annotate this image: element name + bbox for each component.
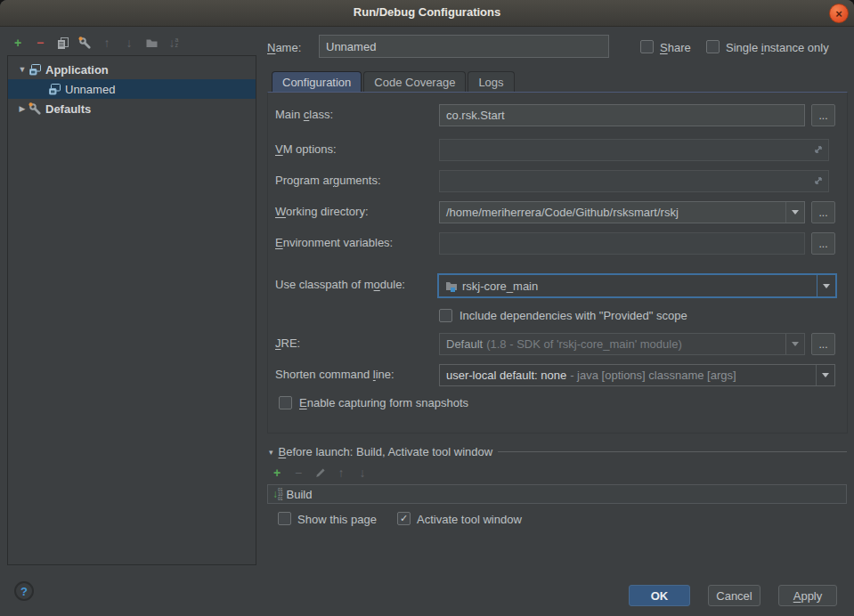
capture-snapshots-label: Enable capturing form snapshots	[299, 396, 468, 409]
include-provided-row: Include dependencies with "Provided" sco…	[439, 309, 687, 322]
program-arguments-input[interactable]	[439, 170, 829, 192]
arrow-up-icon: ↑	[338, 466, 345, 479]
working-directory-value[interactable]: /home/meriherrera/Code/Github/rsksmart/r…	[440, 206, 785, 219]
remove-task-button[interactable]: −	[291, 466, 305, 480]
before-launch-header[interactable]: ▾ Before launch: Build, Activate tool wi…	[269, 445, 847, 458]
folder-icon	[145, 36, 159, 49]
dropdown-button[interactable]	[817, 275, 835, 296]
environment-variables-input[interactable]	[439, 232, 805, 255]
tree-item-application[interactable]: ▼ Application	[8, 60, 256, 79]
vm-options-field[interactable]	[439, 139, 829, 161]
configuration-panel: Main class: ... VM options: Program argu…	[267, 92, 848, 434]
module-label: Use classpath of module:	[275, 278, 405, 291]
dropdown-arrow-icon	[792, 342, 799, 346]
main-class-label: Main class:	[275, 108, 333, 121]
jre-value: Default	[446, 337, 483, 351]
close-button[interactable]: ×	[829, 4, 849, 23]
tree-item-label: Defaults	[45, 102, 91, 116]
module-combobox[interactable]: rskj-core_main	[437, 273, 837, 298]
tree-item-label: Unnamed	[65, 83, 115, 96]
move-task-down-button[interactable]: ↓	[355, 466, 370, 480]
before-launch-label: Before launch: Build, Activate tool wind…	[279, 445, 493, 458]
help-button[interactable]: ?	[14, 581, 34, 601]
shorten-command-line-combobox[interactable]: user-local default: none- java [options]…	[439, 364, 835, 386]
titlebar[interactable]: Run/Debug Configurations ×	[0, 0, 854, 27]
before-launch-toolbar: + − ↑ ↓	[270, 465, 370, 481]
jre-browse-button[interactable]: ...	[811, 333, 835, 355]
pencil-icon	[313, 466, 326, 479]
dropdown-arrow-icon	[792, 210, 799, 215]
include-provided-checkbox[interactable]	[439, 309, 452, 322]
move-down-button[interactable]: ↓	[122, 36, 136, 50]
tab-configuration[interactable]: Configuration	[272, 71, 362, 92]
edit-task-button[interactable]	[313, 466, 327, 480]
vm-options-input[interactable]	[439, 139, 829, 161]
arrow-down-icon: ↓	[360, 466, 366, 479]
jre-combobox[interactable]: Default(1.8 - SDK of 'rskj-core_main' mo…	[439, 333, 805, 355]
ok-button[interactable]: OK	[629, 585, 690, 606]
cancel-button[interactable]: Cancel	[708, 585, 760, 606]
tab-logs[interactable]: Logs	[468, 71, 514, 92]
tree-item-label: Application	[45, 63, 109, 77]
create-folder-button[interactable]	[144, 36, 159, 50]
dropdown-button[interactable]	[785, 334, 804, 354]
tree-item-defaults[interactable]: ▶ Defaults	[8, 99, 256, 118]
dropdown-button[interactable]	[816, 365, 834, 385]
ellipsis-icon: ...	[818, 207, 827, 219]
wrench-icon	[28, 101, 42, 116]
arrow-down-icon: ↓	[126, 36, 133, 49]
snapshots-row: Enable capturing form snapshots	[279, 396, 468, 409]
move-up-button[interactable]: ↑	[100, 36, 114, 50]
environment-variables-label: Environment variables:	[275, 236, 393, 249]
collapse-icon[interactable]: ▾	[269, 448, 273, 457]
name-input[interactable]	[319, 35, 609, 58]
application-icon	[28, 62, 42, 77]
tree-item-unnamed[interactable]: Unnamed	[8, 79, 256, 99]
share-label: Share	[660, 41, 691, 54]
vm-options-label: VM options:	[275, 142, 337, 156]
expander-icon[interactable]: ▶	[17, 104, 28, 113]
add-task-button[interactable]: +	[270, 466, 284, 480]
apply-button[interactable]: Apply	[778, 585, 837, 606]
environment-variables-browse-button[interactable]: ...	[811, 232, 835, 255]
expand-field-icon[interactable]	[812, 143, 825, 156]
tab-code-coverage[interactable]: Code Coverage	[363, 71, 466, 92]
name-label: Name:	[267, 41, 301, 54]
show-this-page-checkbox[interactable]	[278, 512, 291, 525]
before-launch-task-row[interactable]: ↓ 01 10 01 Build	[267, 484, 847, 504]
add-configuration-button[interactable]: +	[11, 36, 25, 50]
single-instance-checkbox[interactable]	[706, 40, 720, 53]
module-value: rskj-core_main	[462, 280, 538, 293]
settings-tabs: Configuration Code Coverage Logs	[272, 71, 516, 92]
working-directory-combobox[interactable]: /home/meriherrera/Code/Github/rsksmart/r…	[439, 201, 805, 223]
ellipsis-icon: ...	[818, 238, 827, 250]
program-arguments-field[interactable]	[439, 170, 829, 192]
activate-tool-window-checkbox[interactable]: ✓	[397, 512, 411, 525]
question-mark-icon: ?	[20, 585, 28, 598]
checkmark-icon: ✓	[400, 513, 408, 524]
build-icon: ↓ 01 10 01	[272, 488, 283, 501]
ellipsis-icon: ...	[818, 338, 827, 351]
separator-line	[498, 451, 847, 452]
show-this-page-label: Show this page	[297, 513, 377, 526]
main-class-input[interactable]	[439, 104, 805, 126]
capture-snapshots-checkbox[interactable]	[279, 396, 292, 409]
minus-icon: −	[295, 466, 302, 479]
move-task-up-button[interactable]: ↑	[334, 466, 348, 480]
edit-defaults-button[interactable]	[77, 36, 92, 50]
close-icon: ×	[835, 8, 842, 20]
jre-value-detail: (1.8 - SDK of 'rskj-core_main' module)	[486, 337, 682, 351]
dropdown-button[interactable]	[785, 202, 804, 223]
sort-configurations-button[interactable]: ↓ az	[167, 36, 181, 50]
share-checkbox[interactable]	[640, 40, 654, 53]
expand-field-icon[interactable]	[812, 174, 825, 187]
main-class-browse-button[interactable]: ...	[811, 104, 835, 126]
shorten-value: user-local default: none	[446, 369, 566, 382]
minus-icon: −	[37, 36, 44, 49]
remove-configuration-button[interactable]: −	[33, 36, 47, 50]
copy-configuration-button[interactable]	[55, 36, 69, 50]
program-arguments-label: Program arguments:	[275, 174, 381, 187]
working-directory-browse-button[interactable]: ...	[811, 201, 835, 223]
expander-icon[interactable]: ▼	[17, 65, 28, 74]
plus-icon: +	[14, 36, 21, 49]
